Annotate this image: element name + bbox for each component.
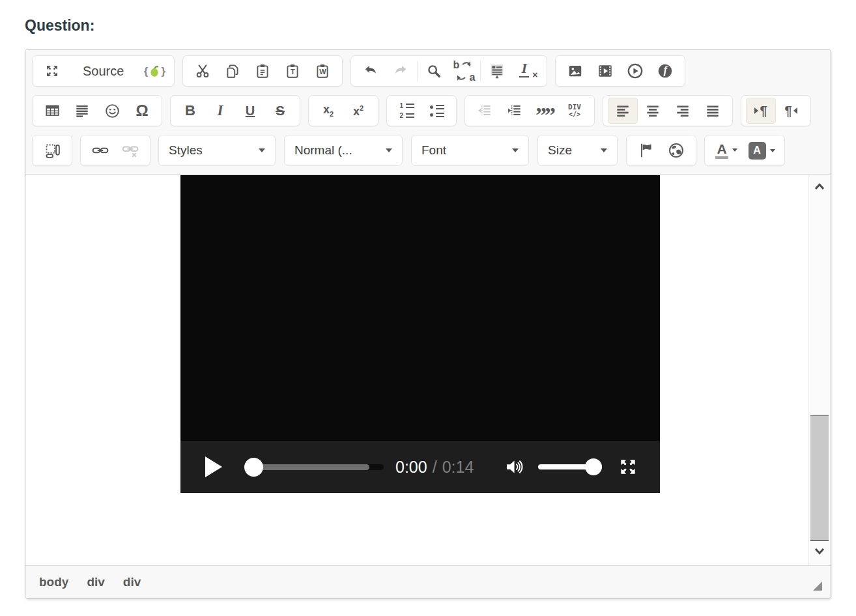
play-button[interactable]: [205, 456, 222, 477]
chevron-down-icon: [812, 543, 827, 559]
blockquote-button[interactable]: ””: [530, 98, 560, 124]
text-color-icon: A: [715, 142, 737, 159]
remove-format-button[interactable]: I ×: [512, 58, 542, 84]
size-dropdown-label: Size: [548, 143, 572, 158]
group-document: Source { }: [32, 55, 175, 87]
chevron-down-icon: [259, 148, 265, 152]
replace-icon: b a: [452, 60, 476, 82]
insert-video-button[interactable]: [590, 58, 620, 84]
font-dropdown[interactable]: Font: [411, 135, 529, 166]
object-resize-icon: [44, 142, 61, 160]
elements-path-bar: body div div: [25, 565, 831, 598]
flash-icon: f: [657, 63, 674, 79]
undo-icon: [362, 63, 379, 79]
flag-icon: [638, 142, 655, 159]
text-direction-ltr-button[interactable]: ¶: [746, 98, 776, 124]
numbered-list-button[interactable]: 1 2: [392, 98, 421, 124]
find-button[interactable]: [419, 58, 449, 84]
undo-button[interactable]: [356, 58, 386, 84]
duration: 0:14: [442, 458, 474, 477]
source-dialog-button[interactable]: { }: [139, 58, 169, 84]
group-subsup: x2 x2: [308, 95, 378, 126]
indent-button[interactable]: [500, 98, 530, 124]
path-item-body[interactable]: body: [39, 575, 68, 589]
object-resize-button[interactable]: [37, 137, 67, 163]
scroll-up-button[interactable]: [812, 179, 827, 195]
strikethrough-button[interactable]: S: [265, 98, 295, 124]
cut-button[interactable]: [188, 58, 218, 84]
source-button[interactable]: Source: [67, 58, 139, 84]
group-links: [80, 135, 150, 166]
horizontal-rule-button[interactable]: [67, 98, 97, 124]
language-button[interactable]: [661, 137, 691, 163]
underline-button[interactable]: U: [235, 98, 265, 124]
group-lists: 1 2: [386, 95, 457, 126]
insert-flash-button[interactable]: f: [650, 58, 680, 84]
question-label: Question:: [25, 17, 94, 35]
outdent-button[interactable]: [470, 98, 500, 124]
unlink-icon: [121, 142, 140, 159]
table-icon: [44, 102, 61, 119]
seek-thumb[interactable]: [244, 458, 263, 477]
italic-icon: I: [218, 102, 223, 119]
link-button[interactable]: [85, 137, 115, 163]
paste-word-button[interactable]: W: [307, 58, 337, 84]
toolbar-divider: [480, 61, 481, 81]
div-container-button[interactable]: DIV </>: [560, 98, 590, 124]
smiley-button[interactable]: [97, 98, 127, 124]
circle-play-icon: [626, 62, 644, 80]
superscript-button[interactable]: x2: [343, 98, 373, 124]
toolbar-row-3: Styles Normal (... Font Size: [32, 135, 825, 166]
text-color-button[interactable]: A: [709, 137, 743, 163]
insert-image-button[interactable]: [560, 58, 590, 84]
fullscreen-button[interactable]: [618, 456, 638, 477]
insert-table-button[interactable]: [37, 98, 67, 124]
replace-button[interactable]: b a: [449, 58, 479, 84]
size-dropdown[interactable]: Size: [537, 135, 618, 166]
unlink-button[interactable]: [115, 137, 145, 163]
chevron-down-icon: [386, 148, 392, 152]
film-play-icon: [597, 63, 614, 79]
vertical-scrollbar[interactable]: [808, 175, 831, 565]
div-container-icon: DIV </>: [568, 104, 581, 118]
maximize-button[interactable]: [37, 58, 67, 84]
copy-button[interactable]: [218, 58, 248, 84]
format-dropdown-label: Normal (...: [294, 143, 352, 158]
mute-button[interactable]: [504, 456, 526, 478]
scrollbar-thumb[interactable]: [810, 415, 829, 541]
format-dropdown[interactable]: Normal (...: [284, 135, 403, 166]
bold-button[interactable]: B: [175, 98, 205, 124]
embedded-video-player[interactable]: 0:00 / 0:14: [180, 175, 660, 493]
paste-button[interactable]: [248, 58, 278, 84]
path-item-div[interactable]: div: [87, 575, 104, 589]
text-direction-rtl-button[interactable]: ¶: [776, 98, 806, 124]
font-dropdown-label: Font: [421, 143, 446, 158]
italic-button[interactable]: I: [205, 98, 235, 124]
select-all-button[interactable]: [482, 58, 512, 84]
bulleted-list-button[interactable]: [421, 98, 451, 124]
group-bidi: ¶ ¶: [741, 95, 811, 126]
resize-handle[interactable]: [813, 581, 822, 591]
align-right-button[interactable]: [668, 98, 698, 124]
time-separator: /: [433, 458, 437, 477]
redo-button[interactable]: [386, 58, 416, 84]
path-item-div-2[interactable]: div: [123, 575, 141, 589]
seek-bar[interactable]: [248, 464, 384, 470]
search-icon: [425, 63, 442, 79]
volume-thumb[interactable]: [585, 458, 602, 475]
align-center-button[interactable]: [638, 98, 668, 124]
editor-toolbar: Source { }: [25, 49, 831, 175]
smiley-icon: [104, 102, 121, 120]
anchor-button[interactable]: [631, 137, 661, 163]
scroll-down-button[interactable]: [812, 543, 827, 559]
align-left-button[interactable]: [608, 98, 638, 124]
background-color-button[interactable]: A: [743, 137, 780, 163]
insert-media-button[interactable]: [620, 58, 650, 84]
volume-slider[interactable]: [538, 464, 602, 469]
align-justify-button[interactable]: [698, 98, 728, 124]
special-char-button[interactable]: Ω: [127, 98, 157, 124]
paste-text-button[interactable]: T: [278, 58, 307, 84]
editor-content-area[interactable]: 0:00 / 0:14: [25, 175, 831, 565]
styles-dropdown[interactable]: Styles: [158, 135, 276, 166]
subscript-button[interactable]: x2: [313, 98, 343, 124]
